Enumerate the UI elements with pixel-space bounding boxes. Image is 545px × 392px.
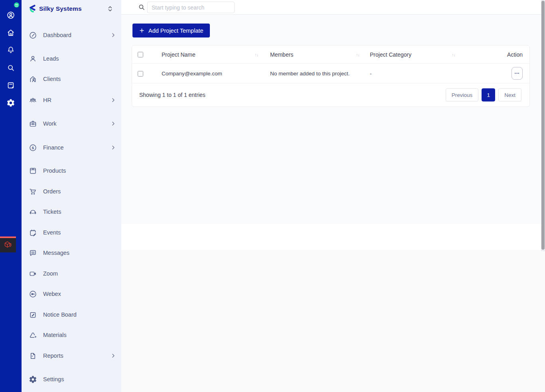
chevron-right-icon bbox=[110, 353, 117, 359]
sidebar-item-label: Dashboard bbox=[43, 32, 71, 38]
reports-icon bbox=[29, 352, 37, 360]
sidebar-item-label: Events bbox=[43, 229, 61, 236]
vertical-scrollbar[interactable] bbox=[541, 0, 545, 251]
add-project-template-button[interactable]: Add Project Template bbox=[132, 24, 210, 37]
chevron-right-icon bbox=[110, 144, 117, 151]
project-templates-table: Project Name ↑↓ Members ↑↓ Project Categ… bbox=[132, 45, 530, 107]
dashboard-icon bbox=[29, 31, 37, 39]
column-header-project-category[interactable]: Project Category ↑↓ bbox=[364, 51, 460, 58]
work-icon bbox=[29, 120, 37, 128]
content-footer-band bbox=[121, 224, 541, 250]
sidebar-item-orders[interactable]: Orders bbox=[22, 187, 121, 196]
table-row: Company@example.com No member added to t… bbox=[132, 64, 529, 83]
sidebar-item-label: Notice Board bbox=[43, 311, 77, 318]
entries-summary: Showing 1 to 1 of 1 entries bbox=[139, 92, 205, 98]
hr-icon bbox=[29, 96, 37, 104]
current-page-button[interactable]: 1 bbox=[482, 89, 495, 102]
chevron-right-icon bbox=[110, 120, 117, 127]
app-window: Silky Systems Dashboard Leads Clients bbox=[0, 0, 545, 392]
sidebar-item-label: Reports bbox=[43, 353, 63, 359]
sidebar-item-zoom[interactable]: Zoom bbox=[22, 269, 121, 278]
add-project-template-label: Add Project Template bbox=[148, 28, 203, 34]
sidebar-item-label: Tickets bbox=[43, 209, 61, 215]
sidebar-item-finance[interactable]: $ Finance bbox=[22, 143, 121, 152]
sidebar-item-reports[interactable]: Reports bbox=[22, 351, 121, 360]
search-icon bbox=[138, 4, 145, 11]
sidebar-item-notice-board[interactable]: Notice Board bbox=[22, 310, 121, 319]
sidebar-item-settings[interactable]: Settings bbox=[22, 374, 121, 384]
sort-icon: ↑↓ bbox=[356, 52, 359, 57]
cell-project-category: - bbox=[364, 71, 460, 77]
settings-icon[interactable] bbox=[6, 98, 15, 107]
clients-icon bbox=[29, 75, 37, 83]
sidebar-item-label: Materials bbox=[43, 332, 67, 338]
hamburger-badge-icon[interactable] bbox=[14, 2, 19, 8]
row-actions-button[interactable]: ••• bbox=[511, 67, 523, 80]
sidebar-item-work[interactable]: Work bbox=[22, 119, 121, 128]
sidebar-item-label: Webex bbox=[43, 291, 61, 297]
messages-icon bbox=[29, 249, 37, 257]
ellipsis-icon: ••• bbox=[515, 71, 519, 75]
sort-icon: ↑↓ bbox=[452, 52, 455, 57]
sidebar-item-label: Zoom bbox=[43, 270, 58, 277]
sidebar-item-clients[interactable]: Clients bbox=[22, 74, 121, 84]
column-header-action: Action bbox=[460, 51, 529, 58]
sort-icon: ↑↓ bbox=[255, 52, 258, 57]
leads-icon bbox=[29, 55, 37, 63]
sidebar-item-tickets[interactable]: Tickets bbox=[22, 207, 121, 217]
sidebar-item-label: Work bbox=[43, 120, 57, 127]
sidebar-item-products[interactable]: Products bbox=[22, 166, 121, 175]
finance-icon: $ bbox=[29, 144, 37, 152]
home-icon[interactable] bbox=[6, 28, 15, 37]
sidebar-item-leads[interactable]: Leads bbox=[22, 54, 121, 63]
sidebar-item-hr[interactable]: HR bbox=[22, 95, 121, 105]
cell-project-name: Company@example.com bbox=[156, 71, 265, 77]
settings-icon bbox=[29, 375, 37, 384]
cell-members: No member added to this project. bbox=[265, 71, 364, 77]
pagination: Previous 1 Next bbox=[446, 89, 521, 102]
content-area: Add Project Template Project Name ↑↓ Mem… bbox=[121, 15, 541, 224]
sidebar-item-label: Orders bbox=[43, 188, 61, 195]
webex-icon bbox=[29, 290, 37, 298]
sidebar-item-events[interactable]: Events bbox=[22, 228, 121, 237]
sidebar-item-dashboard[interactable]: Dashboard bbox=[22, 30, 121, 40]
note-icon[interactable] bbox=[6, 81, 15, 90]
sidebar-item-label: Leads bbox=[43, 55, 59, 62]
sidebar-item-messages[interactable]: Messages bbox=[22, 248, 121, 258]
sidebar-item-label: Settings bbox=[43, 376, 64, 382]
next-page-button[interactable]: Next bbox=[498, 89, 521, 102]
table-footer: Showing 1 to 1 of 1 entries Previous 1 N… bbox=[132, 83, 529, 106]
sidebar-item-label: Products bbox=[43, 167, 66, 174]
column-header-project-name[interactable]: Project Name ↑↓ bbox=[156, 51, 265, 58]
account-circle-icon[interactable] bbox=[6, 11, 15, 20]
sidebar-item-webex[interactable]: Webex bbox=[22, 289, 121, 299]
materials-icon bbox=[29, 331, 37, 339]
scrollbar-thumb[interactable] bbox=[541, 1, 545, 250]
notifications-icon[interactable] bbox=[6, 45, 15, 54]
zoom-icon bbox=[29, 270, 37, 278]
sidebar-item-label: HR bbox=[43, 97, 51, 103]
chevron-right-icon bbox=[110, 32, 117, 38]
column-header-members[interactable]: Members ↑↓ bbox=[265, 51, 364, 58]
sidebar-item-materials[interactable]: Materials bbox=[22, 330, 121, 340]
topbar bbox=[121, 0, 541, 15]
search-input[interactable] bbox=[147, 2, 235, 13]
sidebar-item-label: Finance bbox=[43, 144, 64, 151]
search-icon[interactable] bbox=[6, 63, 15, 72]
previous-page-button[interactable]: Previous bbox=[446, 89, 479, 102]
select-all-checkbox[interactable] bbox=[138, 52, 143, 57]
products-icon bbox=[29, 167, 37, 175]
tickets-icon bbox=[29, 208, 37, 216]
sidebar: Silky Systems Dashboard Leads Clients bbox=[22, 0, 121, 392]
svg-text:$: $ bbox=[32, 146, 34, 150]
events-icon bbox=[29, 229, 37, 237]
plus-icon bbox=[139, 28, 145, 33]
table-header-row: Project Name ↑↓ Members ↑↓ Project Categ… bbox=[132, 45, 529, 64]
icon-rail bbox=[0, 0, 22, 392]
sidebar-item-label: Clients bbox=[43, 76, 61, 82]
orders-icon bbox=[29, 187, 37, 196]
notice-board-icon bbox=[29, 311, 37, 319]
main-area: Add Project Template Project Name ↑↓ Mem… bbox=[121, 0, 545, 251]
laravel-debugbar-icon[interactable] bbox=[0, 236, 16, 252]
row-checkbox[interactable] bbox=[138, 71, 143, 77]
